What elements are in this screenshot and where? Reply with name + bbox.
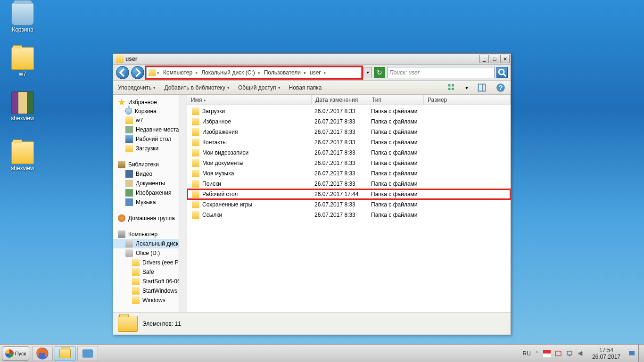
- file-row[interactable]: Моя музыка26.07.2017 8:33Папка с файлами: [187, 168, 511, 179]
- nav-item[interactable]: Недавние места: [113, 125, 187, 134]
- file-list[interactable]: Загрузки26.07.2017 8:33Папка с файламиИз…: [187, 105, 511, 312]
- file-row[interactable]: Ссылки26.07.2017 8:33Папка с файлами: [187, 210, 511, 220]
- address-dropdown[interactable]: ▾: [363, 67, 372, 78]
- chevron-icon[interactable]: ▸: [194, 70, 199, 75]
- search-button[interactable]: [496, 67, 508, 78]
- nav-item[interactable]: Документы: [113, 179, 187, 188]
- view-menu[interactable]: [446, 82, 457, 93]
- recycle-bin-label: Корзина: [5, 26, 41, 33]
- nav-item[interactable]: Рабочий стол: [113, 134, 187, 144]
- file-row[interactable]: Поиски26.07.2017 8:33Папка с файлами: [187, 179, 511, 189]
- search-box[interactable]: [387, 67, 495, 78]
- file-row[interactable]: Избранное26.07.2017 8:33Папка с файлами: [187, 116, 511, 127]
- share-menu[interactable]: Общий доступ▾: [238, 84, 281, 91]
- back-button[interactable]: [116, 66, 129, 79]
- new-folder-button[interactable]: Новая папка: [289, 84, 322, 91]
- view-dropdown[interactable]: ▾: [465, 84, 468, 91]
- nav-item[interactable]: Корзина: [113, 107, 187, 115]
- navigation-pane[interactable]: Избранное Корзина w7 Недавние места Рабо…: [113, 95, 187, 312]
- svg-rect-5: [452, 88, 454, 90]
- search-input[interactable]: [389, 69, 492, 76]
- taskbar-firefox[interactable]: [32, 346, 53, 361]
- breadcrumb-seg[interactable]: Локальный диск (C:): [199, 69, 257, 76]
- recycle-bin[interactable]: Корзина: [5, 3, 41, 33]
- folder-w7[interactable]: w7: [5, 47, 41, 77]
- taskbar-explorer[interactable]: [55, 346, 75, 361]
- nav-item[interactable]: Музыка: [113, 197, 187, 207]
- tray-flag-icon[interactable]: [543, 350, 551, 357]
- file-row[interactable]: Мои документы26.07.2017 8:33Папка с файл…: [187, 158, 511, 168]
- file-row[interactable]: Контакты26.07.2017 8:33Папка с файлами: [187, 137, 511, 148]
- file-type: Папка с файлами: [371, 118, 428, 125]
- homegroup[interactable]: Домашняя группа: [113, 214, 187, 223]
- tray-expand[interactable]: ⌃: [535, 350, 539, 357]
- file-row[interactable]: Сохраненные игры26.07.2017 8:33Папка с ф…: [187, 199, 511, 210]
- address-bar[interactable]: ▸ Компьютер ▸ Локальный диск (C:) ▸ Поль…: [146, 67, 362, 78]
- file-name: Избранное: [202, 118, 314, 125]
- taskbar-app[interactable]: [77, 346, 98, 361]
- refresh-button[interactable]: ↻: [374, 67, 385, 78]
- show-desktop-button[interactable]: [638, 345, 644, 362]
- libraries-group[interactable]: Библиотеки: [113, 160, 187, 169]
- breadcrumb-seg[interactable]: Компьютер: [161, 69, 194, 76]
- forward-button[interactable]: [131, 66, 144, 79]
- chevron-icon[interactable]: ▸: [322, 70, 328, 75]
- help-button[interactable]: ?: [495, 82, 506, 93]
- add-library-menu[interactable]: Добавить в библиотеку▾: [164, 84, 230, 91]
- tray-volume-icon[interactable]: [577, 350, 585, 357]
- nav-item[interactable]: Windows: [113, 296, 187, 305]
- tray-action-icon[interactable]: [554, 350, 562, 357]
- nav-item[interactable]: Загрузки: [113, 144, 187, 153]
- rar-icon: [11, 91, 34, 114]
- nav-scrollbar[interactable]: [179, 95, 187, 312]
- folder-icon: [192, 149, 199, 156]
- file-row[interactable]: Загрузки26.07.2017 8:33Папка с файлами: [187, 106, 511, 116]
- tray-monitor-icon[interactable]: [628, 350, 636, 357]
- chevron-icon[interactable]: ▸: [257, 70, 262, 75]
- tray-network-icon[interactable]: [566, 350, 573, 357]
- nav-item[interactable]: Видео: [113, 169, 187, 179]
- favorites-group[interactable]: Избранное: [113, 98, 187, 107]
- folder-shexview[interactable]: shexview: [5, 141, 41, 172]
- file-date: 26.07.2017 17:44: [314, 191, 371, 197]
- nav-item[interactable]: StartSoft 06-06-: [113, 277, 187, 286]
- language-indicator[interactable]: RU: [523, 350, 531, 357]
- nav-item-drive-d[interactable]: Ofice (D:): [113, 248, 187, 258]
- recycle-bin-icon: [11, 3, 34, 25]
- computer-group[interactable]: Компьютер: [113, 230, 187, 239]
- nav-item[interactable]: Изображения: [113, 188, 187, 197]
- recycle-icon: [125, 108, 132, 115]
- desktop-icon: [125, 135, 133, 143]
- maximize-button[interactable]: □: [490, 55, 499, 63]
- col-size[interactable]: Размер: [424, 95, 511, 105]
- chevron-icon[interactable]: ▸: [156, 70, 161, 75]
- breadcrumb-seg[interactable]: Пользователи: [262, 69, 303, 76]
- chevron-icon[interactable]: ▸: [303, 70, 308, 75]
- file-date: 26.07.2017 8:33: [314, 108, 371, 115]
- nav-item[interactable]: w7: [113, 115, 187, 125]
- col-date[interactable]: Дата изменения: [312, 95, 368, 105]
- nav-item-drive-c[interactable]: Локальный диск (: [113, 239, 187, 248]
- file-type: Папка с файлами: [371, 170, 428, 177]
- organize-menu[interactable]: Упорядочить▾: [118, 84, 156, 91]
- file-row[interactable]: Изображения26.07.2017 8:33Папка с файлам…: [187, 127, 511, 137]
- folder-icon: [132, 268, 140, 276]
- app-shexview[interactable]: shexview: [5, 91, 41, 122]
- close-button[interactable]: ✕: [500, 55, 510, 63]
- nav-item[interactable]: StartWindows: [113, 286, 187, 296]
- clock[interactable]: 17:54 26.07.2017: [588, 347, 624, 360]
- breadcrumb-seg[interactable]: user: [308, 69, 322, 76]
- nav-item[interactable]: Safe: [113, 267, 187, 277]
- titlebar[interactable]: user _ □ ✕: [113, 54, 511, 65]
- file-type: Папка с файлами: [371, 160, 428, 166]
- preview-pane-button[interactable]: [477, 82, 487, 93]
- nav-item[interactable]: Drivers (eee PC: [113, 258, 187, 267]
- file-name: Ссылки: [202, 212, 314, 218]
- col-name[interactable]: Имя▴: [187, 95, 312, 105]
- file-row[interactable]: Мои видеозаписи26.07.2017 8:33Папка с фа…: [187, 148, 511, 158]
- col-type[interactable]: Тип: [368, 95, 424, 105]
- minimize-button[interactable]: _: [479, 55, 489, 63]
- start-button[interactable]: Пуск: [2, 346, 29, 361]
- file-row[interactable]: Рабочий стол26.07.2017 17:44Папка с файл…: [187, 189, 511, 199]
- svg-rect-17: [629, 351, 635, 355]
